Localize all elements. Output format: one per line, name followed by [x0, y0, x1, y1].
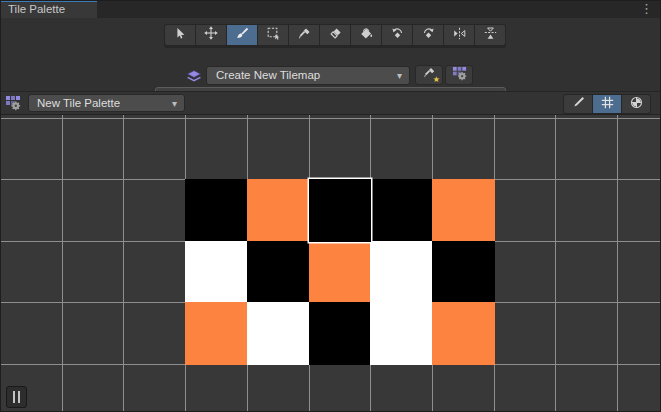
palette-tile-white[interactable]: [247, 302, 310, 365]
paint-tool-button[interactable]: [227, 25, 257, 45]
flip-y-tool-button[interactable]: [475, 25, 505, 45]
palette-tile-black[interactable]: [370, 179, 433, 242]
palette-tile-white[interactable]: [370, 241, 433, 304]
box-fill-tool-button[interactable]: [258, 25, 288, 45]
grid-line-horizontal: [0, 118, 661, 119]
tab-bar: Tile Palette ⋮: [0, 0, 661, 18]
rotate-cw-icon: [422, 26, 435, 44]
tile-palette-asset-icon: [5, 95, 21, 111]
rotate-cw-tool-button[interactable]: [413, 25, 443, 45]
palette-tile-black[interactable]: [432, 241, 495, 304]
palette-tile-orange[interactable]: [247, 179, 310, 242]
tab-title: Tile Palette: [8, 3, 65, 15]
eraser-icon: [329, 26, 342, 44]
gizmo-icon: [630, 95, 643, 113]
grid-line-vertical: [62, 115, 63, 412]
toggle-grid-button[interactable]: [593, 95, 621, 113]
pick-new-tile-button[interactable]: ★: [415, 65, 443, 85]
brush-icon: [236, 26, 249, 44]
palette-tile-orange[interactable]: [185, 302, 248, 365]
tilemap-buttons: ★: [415, 65, 473, 85]
palette-tile-orange[interactable]: [432, 179, 495, 242]
flip-vertical-icon: [484, 26, 497, 44]
palette-dropdown-value: New Tile Palette: [37, 97, 120, 109]
tab-tile-palette[interactable]: Tile Palette: [0, 0, 97, 18]
rotate-ccw-icon: [391, 26, 404, 44]
palette-tile-white[interactable]: [370, 302, 433, 365]
tilemap-focus-button[interactable]: [445, 65, 473, 85]
tile-grid-icon: [452, 66, 467, 85]
grid-line-vertical: [123, 115, 124, 412]
active-tilemap-row: Create New Tilemap ▾ ★: [0, 65, 661, 86]
bucket-icon: [360, 26, 373, 44]
paint-tools-row: [164, 24, 506, 48]
flip-horizontal-icon: [453, 26, 466, 44]
eyedropper-icon: [298, 26, 311, 44]
palette-dropdown[interactable]: New Tile Palette ▾: [28, 94, 185, 112]
cursor-icon: [174, 26, 186, 44]
grid-line-vertical: [0, 115, 1, 412]
palette-tile-black[interactable]: [309, 302, 372, 365]
palette-bar: New Tile Palette ▾: [0, 91, 661, 115]
palette-tile-orange[interactable]: [432, 302, 495, 365]
palette-tile-black[interactable]: [247, 241, 310, 304]
grid-line-vertical: [617, 115, 618, 412]
tilemap-layers-icon: [186, 69, 202, 82]
chevron-down-icon: ▾: [172, 95, 177, 112]
select-tool-button[interactable]: [165, 25, 195, 45]
palette-tile-orange[interactable]: [309, 241, 372, 304]
palette-zoom-handle[interactable]: [6, 386, 27, 408]
pencil-icon: [572, 95, 585, 113]
palette-tile-black[interactable]: [309, 179, 372, 242]
move-tool-button[interactable]: [196, 25, 226, 45]
move-icon: [204, 26, 218, 44]
pick-tool-button[interactable]: [289, 25, 319, 45]
kebab-menu-icon[interactable]: ⋮: [640, 1, 653, 16]
fill-tool-button[interactable]: [351, 25, 381, 45]
erase-tool-button[interactable]: [320, 25, 350, 45]
palette-tile-black[interactable]: [185, 179, 248, 242]
tile-palette-toolbar: Create New Tilemap ▾ ★ ! To start painti…: [0, 18, 661, 91]
chevron-down-icon: ▾: [397, 67, 402, 84]
grid-line-vertical: [555, 115, 556, 412]
edit-palette-button[interactable]: [564, 95, 592, 113]
grid-icon: [601, 95, 614, 113]
palette-view-buttons: [563, 94, 651, 114]
rotate-ccw-tool-button[interactable]: [382, 25, 412, 45]
star-icon: ★: [433, 76, 440, 84]
active-tilemap-value: Create New Tilemap: [216, 69, 320, 81]
gizmos-button[interactable]: [622, 95, 650, 113]
flip-x-tool-button[interactable]: [444, 25, 474, 45]
box-select-icon: [267, 26, 280, 44]
palette-grid[interactable]: [0, 115, 661, 412]
palette-tile-white[interactable]: [185, 241, 248, 304]
active-tilemap-dropdown[interactable]: Create New Tilemap ▾: [206, 66, 410, 85]
